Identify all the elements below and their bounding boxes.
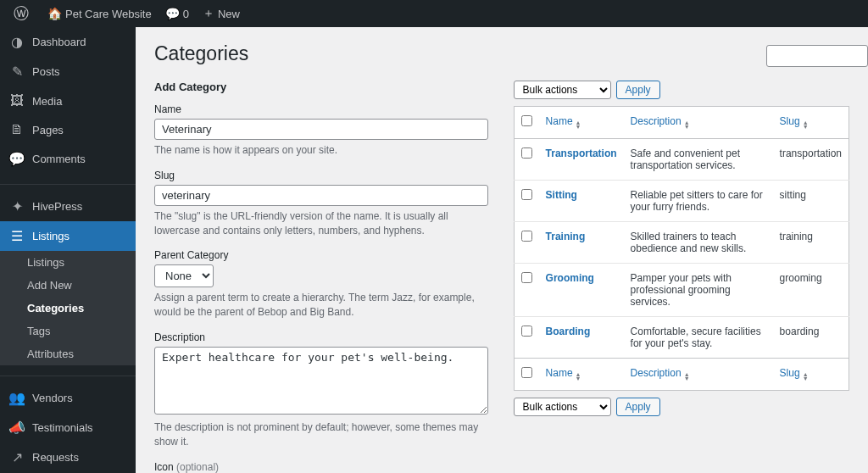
row-description: Pamper your pets with professional groom… [624, 263, 773, 316]
comments-count: 0 [183, 8, 189, 20]
name-label: Name [154, 103, 488, 115]
wp-logo[interactable]: ⓦ [7, 0, 41, 27]
sort-icon: ▲▼ [803, 121, 809, 130]
select-all-top[interactable] [521, 115, 532, 126]
slug-help: The "slug" is the URL-friendly version o… [154, 209, 488, 238]
sidebar-item-label: HivePress [32, 200, 82, 213]
row-title-link[interactable]: Sitting [546, 189, 577, 201]
row-checkbox[interactable] [521, 231, 532, 242]
menu-icon: 📣 [8, 420, 25, 436]
sidebar-item-label: Comments [32, 153, 86, 165]
submenu-item-listings[interactable]: Listings [0, 251, 136, 274]
sort-icon: ▲▼ [684, 121, 690, 130]
sort-icon: ▲▼ [576, 121, 581, 130]
row-description: Skilled trainers to teach obedience and … [624, 221, 773, 263]
slug-input[interactable] [154, 185, 488, 206]
row-title-link[interactable]: Grooming [546, 272, 594, 284]
sidebar-item-pages[interactable]: 🗎Pages [0, 115, 136, 144]
row-checkbox[interactable] [521, 147, 532, 159]
row-slug: transportation [773, 138, 849, 180]
apply-button-bottom[interactable]: Apply [616, 398, 660, 416]
sort-icon: ▲▼ [803, 373, 809, 381]
sidebar-item-comments[interactable]: 💬Comments [0, 144, 136, 174]
slug-label: Slug [154, 170, 488, 181]
column-footer-name[interactable]: Name▲▼ [539, 358, 624, 390]
sidebar-item-media[interactable]: 🖼Media [0, 86, 136, 115]
column-header-name[interactable]: Name▲▼ [539, 107, 624, 139]
menu-icon: 👥 [8, 390, 25, 406]
add-category-heading: Add Category [154, 81, 488, 93]
home-icon: 🏠 [47, 7, 62, 20]
row-description: Comfortable, secure facilities for your … [624, 316, 773, 358]
submenu-item-categories[interactable]: Categories [0, 297, 136, 320]
parent-category-label: Parent Category [154, 249, 488, 261]
search-input[interactable] [766, 45, 868, 67]
sidebar-item-label: Media [32, 95, 62, 108]
submenu-item-attributes[interactable]: Attributes [0, 342, 136, 365]
parent-help: Assign a parent term to create a hierarc… [154, 291, 488, 320]
admin-sidebar: ◑Dashboard✎Posts🖼Media🗎Pages💬Comments✦Hi… [0, 27, 136, 473]
sidebar-item-hivepress[interactable]: ✦HivePress [0, 184, 136, 221]
wordpress-icon: ⓦ [14, 6, 29, 21]
row-checkbox[interactable] [521, 272, 532, 283]
column-footer-description[interactable]: Description▲▼ [624, 358, 773, 390]
row-title-link[interactable]: Boarding [546, 326, 591, 337]
sidebar-item-requests[interactable]: ↗Requests [0, 442, 136, 472]
sidebar-item-label: Requests [32, 451, 79, 464]
submenu-item-tags[interactable]: Tags [0, 320, 136, 342]
sidebar-item-posts[interactable]: ✎Posts [0, 57, 136, 86]
menu-icon: ✦ [8, 198, 25, 214]
row-description: Safe and convenient pet transportation s… [624, 138, 773, 180]
name-input[interactable] [154, 119, 488, 140]
description-textarea[interactable] [154, 347, 488, 415]
sidebar-item-vendors[interactable]: 👥Vendors [0, 376, 136, 413]
description-help: The description is not prominent by defa… [154, 420, 488, 449]
bulk-actions-select-bottom[interactable]: Bulk actions [514, 398, 611, 416]
sort-icon: ▲▼ [576, 373, 581, 381]
column-footer-slug[interactable]: Slug▲▼ [773, 358, 849, 390]
select-all-bottom[interactable] [521, 367, 532, 378]
sidebar-item-label: Dashboard [32, 36, 86, 48]
parent-category-select[interactable]: None [154, 264, 214, 287]
sort-icon: ▲▼ [684, 373, 690, 381]
row-title-link[interactable]: Transportation [546, 147, 617, 159]
row-slug: sitting [773, 180, 849, 221]
sidebar-item-label: Pages [32, 124, 64, 136]
row-checkbox[interactable] [521, 326, 532, 337]
sidebar-submenu: ListingsAdd NewCategoriesTagsAttributes [0, 251, 136, 365]
apply-button-top[interactable]: Apply [616, 81, 660, 99]
menu-icon: ✎ [8, 64, 25, 80]
row-slug: grooming [773, 263, 849, 316]
site-name-label: Pet Care Website [65, 8, 152, 20]
sidebar-item-label: Testimonials [32, 421, 93, 434]
submenu-item-add-new[interactable]: Add New [0, 274, 136, 297]
comment-icon: 💬 [165, 7, 180, 20]
new-link[interactable]: ＋New [196, 0, 247, 27]
menu-icon: ☰ [8, 228, 25, 244]
column-header-slug[interactable]: Slug▲▼ [773, 107, 849, 139]
row-slug: training [773, 221, 849, 263]
menu-icon: ↗ [8, 449, 25, 465]
menu-icon: ◑ [8, 34, 25, 50]
menu-icon: 🖼 [8, 93, 25, 109]
comments-link[interactable]: 💬0 [159, 0, 196, 27]
main-content: Categories Add Category Name The name is… [136, 27, 868, 473]
row-title-link[interactable]: Training [546, 231, 586, 242]
icon-label: Icon (optional) [154, 461, 488, 473]
bulk-actions-select-top[interactable]: Bulk actions [514, 81, 611, 99]
sidebar-item-label: Vendors [32, 392, 73, 404]
menu-icon: 🗎 [8, 122, 25, 137]
column-header-description[interactable]: Description▲▼ [624, 107, 773, 139]
new-label: New [218, 8, 240, 20]
table-row: GroomingPamper your pets with profession… [514, 263, 849, 316]
sidebar-item-testimonials[interactable]: 📣Testimonials [0, 413, 136, 442]
categories-table: Name▲▼ Description▲▼ Slug▲▼ Transportati… [514, 106, 849, 391]
site-name-link[interactable]: 🏠Pet Care Website [41, 0, 159, 27]
plus-icon: ＋ [203, 6, 214, 21]
sidebar-item-label: Posts [32, 65, 60, 78]
table-row: TransportationSafe and convenient pet tr… [514, 138, 849, 180]
table-row: BoardingComfortable, secure facilities f… [514, 316, 849, 358]
sidebar-item-listings[interactable]: ☰Listings [0, 221, 136, 251]
row-checkbox[interactable] [521, 189, 532, 200]
sidebar-item-dashboard[interactable]: ◑Dashboard [0, 27, 136, 57]
